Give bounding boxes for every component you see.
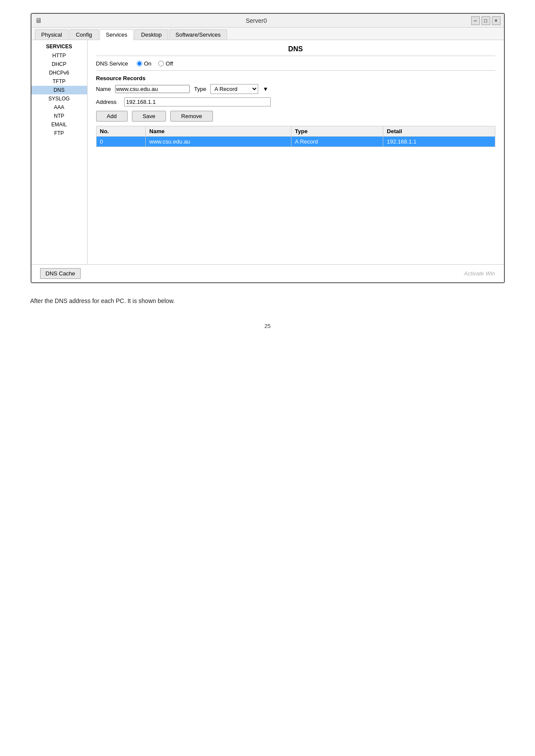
application-window: 🖥 Server0 – □ × Physical Config Services…	[31, 13, 505, 283]
window-title: Server0	[42, 17, 471, 24]
tab-services[interactable]: Services	[100, 29, 134, 40]
dns-service-row: DNS Service On Off	[96, 60, 495, 71]
dns-records-table: No. Name Type Detail 0 www.csu.edu.au A …	[96, 126, 495, 147]
tab-desktop[interactable]: Desktop	[135, 29, 168, 40]
dns-panel-title: DNS	[96, 45, 495, 56]
dns-radio-group: On Off	[137, 60, 173, 67]
dns-off-radio[interactable]	[158, 61, 164, 66]
type-label: Type	[194, 86, 206, 92]
tab-config[interactable]: Config	[69, 29, 99, 40]
dns-cache-button[interactable]: DNS Cache	[40, 268, 81, 279]
restore-button[interactable]: □	[482, 16, 490, 25]
col-name: Name	[146, 126, 291, 137]
cell-detail: 192.168.1.1	[383, 137, 495, 147]
sidebar-header: SERVICES	[31, 42, 87, 51]
sidebar-item-dns[interactable]: DNS	[31, 86, 87, 94]
sidebar-item-aaa[interactable]: AAA	[31, 103, 87, 112]
name-input[interactable]	[115, 85, 190, 93]
dropdown-arrow-icon: ▼	[263, 86, 268, 92]
cell-no: 0	[96, 137, 146, 147]
dns-off-label: Off	[166, 60, 173, 67]
col-type: Type	[291, 126, 383, 137]
title-bar: 🖥 Server0 – □ ×	[31, 14, 504, 28]
main-content: SERVICES HTTP DHCP DHCPv6 TFTP DNS SYSLO…	[31, 40, 504, 264]
col-detail: Detail	[383, 126, 495, 137]
sidebar-item-ftp[interactable]: FTP	[31, 129, 87, 137]
address-row: Address	[96, 97, 495, 106]
type-select[interactable]: A Record AAAA Record CNAME NS	[210, 84, 258, 94]
col-no: No.	[96, 126, 146, 137]
sidebar: SERVICES HTTP DHCP DHCPv6 TFTP DNS SYSLO…	[31, 40, 88, 264]
sidebar-item-dhcp[interactable]: DHCP	[31, 60, 87, 69]
address-input[interactable]	[124, 97, 271, 106]
name-type-row: Name Type A Record AAAA Record CNAME NS …	[96, 84, 495, 94]
cell-type: A Record	[291, 137, 383, 147]
tab-bar: Physical Config Services Desktop Softwar…	[31, 28, 504, 40]
name-label: Name	[96, 86, 111, 92]
sidebar-item-dhcpv6[interactable]: DHCPv6	[31, 69, 87, 77]
close-button[interactable]: ×	[492, 16, 501, 25]
dns-cache-area: DNS Cache Activate Win	[31, 264, 504, 282]
sidebar-item-email[interactable]: EMAIL	[31, 120, 87, 129]
remove-button[interactable]: Remove	[170, 111, 213, 122]
dns-panel: DNS DNS Service On Off Resource Records	[88, 40, 504, 264]
action-buttons: Add Save Remove	[96, 111, 495, 122]
app-icon: 🖥	[35, 17, 42, 25]
sidebar-item-syslog[interactable]: SYSLOG	[31, 94, 87, 103]
tab-physical[interactable]: Physical	[35, 29, 69, 40]
window-controls: – □ ×	[471, 16, 501, 25]
dns-on-option[interactable]: On	[137, 60, 151, 67]
address-label: Address	[96, 99, 120, 105]
activate-windows-text: Activate Win	[464, 270, 495, 277]
sidebar-item-tftp[interactable]: TFTP	[31, 77, 87, 86]
minimize-button[interactable]: –	[471, 16, 480, 25]
dns-service-label: DNS Service	[96, 60, 128, 67]
save-button[interactable]: Save	[132, 111, 166, 122]
add-button[interactable]: Add	[96, 111, 128, 122]
dns-off-option[interactable]: Off	[158, 60, 173, 67]
page-number: 25	[13, 314, 522, 347]
cell-name: www.csu.edu.au	[146, 137, 291, 147]
tab-software-services[interactable]: Software/Services	[169, 29, 227, 40]
dns-on-radio[interactable]	[137, 61, 142, 66]
table-row[interactable]: 0 www.csu.edu.au A Record 192.168.1.1	[96, 137, 495, 147]
sidebar-item-ntp[interactable]: NTP	[31, 112, 87, 120]
dns-on-label: On	[144, 60, 151, 67]
body-text: After the DNS address for each PC. It is…	[13, 283, 522, 314]
body-paragraph: After the DNS address for each PC. It is…	[30, 296, 505, 306]
resource-records-label: Resource Records	[96, 75, 495, 81]
sidebar-item-http[interactable]: HTTP	[31, 51, 87, 60]
